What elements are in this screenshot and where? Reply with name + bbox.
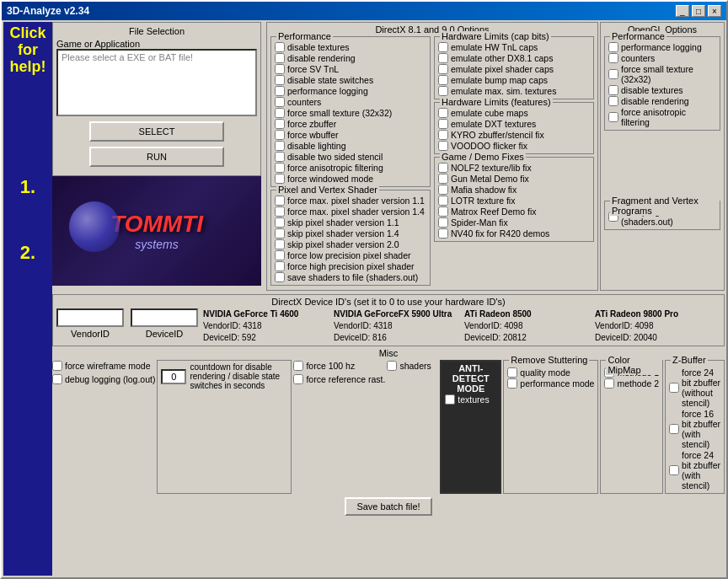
cb-quality-mode-input[interactable] xyxy=(507,367,517,378)
hw-limits-features-title: Hardware Limits (features) xyxy=(440,97,553,107)
cb-ps-1-4-skip-input[interactable] xyxy=(275,228,285,239)
cb-24bit-no-stencil-input[interactable] xyxy=(669,383,679,393)
cb-lotr-input[interactable] xyxy=(438,196,448,206)
cb-ps-1-1-force-input[interactable] xyxy=(275,196,285,206)
cb-16bit-with-stencil: force 16 bit zbuffer(with stencil) xyxy=(669,409,720,449)
file-selection-title: File Selection xyxy=(56,26,257,36)
cb-ogl-force-small-tex-input[interactable] xyxy=(608,69,618,79)
cb-dxt-textures-input[interactable] xyxy=(438,119,448,129)
device-id-input[interactable] xyxy=(131,308,198,327)
dx-columns: Performance disable textures disable ren… xyxy=(270,36,594,288)
cb-disable-lighting-input[interactable] xyxy=(275,141,285,151)
cb-cube-maps-input[interactable] xyxy=(438,108,448,118)
opengl-performance-group: Performance performance logging counters… xyxy=(604,36,720,131)
cb-force-small-tex-input[interactable] xyxy=(275,108,285,118)
cb-ogl-force-small-tex: force small texture (32x32) xyxy=(608,64,716,84)
cb-disable-two-sided-input[interactable] xyxy=(275,152,285,162)
cb-methode-2-input[interactable] xyxy=(604,378,614,389)
cb-perf-logging-input[interactable] xyxy=(275,86,285,96)
cb-debug-logging-input[interactable] xyxy=(52,374,62,384)
cb-force-reference-input[interactable] xyxy=(293,374,303,384)
cb-kyro-fix-input[interactable] xyxy=(438,130,448,140)
dx-col-1: Performance disable textures disable ren… xyxy=(270,36,431,288)
cb-nolf2-input[interactable] xyxy=(438,163,448,173)
cb-max-sim-tex-input[interactable] xyxy=(438,86,448,96)
cb-disable-state-input[interactable] xyxy=(275,75,285,85)
minimize-button[interactable]: _ xyxy=(676,5,689,17)
cb-ps-2-0-skip-input[interactable] xyxy=(275,239,285,249)
maximize-button[interactable]: □ xyxy=(692,5,705,17)
performance-title: Performance xyxy=(276,31,333,41)
cb-disable-rendering-input[interactable] xyxy=(275,53,285,63)
content-area: Click for help! 1. 2. File Selection Gam… xyxy=(2,20,726,577)
fragment-vertex-title: Fragment and Vertex Programs xyxy=(610,196,720,216)
cb-quality-mode: quality mode xyxy=(507,367,594,378)
cb-force-100hz-input[interactable] xyxy=(293,361,303,371)
cb-gun-metal: Gun Metal Demo fix xyxy=(438,174,590,184)
cb-force-100hz: force 100 hz xyxy=(293,361,385,371)
cb-matrox: Matrox Reef Demo fix xyxy=(438,206,590,217)
game-app-label: Game or Application xyxy=(56,39,257,49)
cb-16bit-with-stencil-input[interactable] xyxy=(669,424,679,434)
directx-options-panel: DirectX 8.1 and 9.0 Options Performance … xyxy=(266,22,598,291)
cb-disable-textures-input[interactable] xyxy=(275,42,285,52)
countdown-box: countdown for disable rendering / disabl… xyxy=(161,362,287,390)
cb-ps-low-input[interactable] xyxy=(275,250,285,260)
save-batch-button[interactable]: Save batch file! xyxy=(345,497,431,516)
cb-ogl-force-aniso-input[interactable] xyxy=(608,112,618,122)
cb-disable-rendering: disable rendering xyxy=(275,53,426,63)
cb-force-small-tex: force small texture (32x32) xyxy=(275,108,426,118)
cb-bump-map-input[interactable] xyxy=(438,75,448,85)
cb-other-dx8-input[interactable] xyxy=(438,53,448,63)
cb-matrox-input[interactable] xyxy=(438,206,448,217)
select-button[interactable]: SELECT xyxy=(89,121,224,142)
cb-textures-anti-input[interactable] xyxy=(445,394,455,405)
cb-force-zbuffer-input[interactable] xyxy=(275,119,285,129)
cb-ogl-counters: counters xyxy=(608,53,716,63)
countdown-label: countdown for disable rendering / disabl… xyxy=(190,362,287,390)
close-button[interactable]: × xyxy=(708,5,721,17)
cb-ogl-counters-input[interactable] xyxy=(608,53,618,63)
cb-nolf2: NOLF2 texture/lib fix xyxy=(438,163,590,173)
cb-mafia-input[interactable] xyxy=(438,185,448,195)
cb-nv40-input[interactable] xyxy=(438,228,448,239)
run-button[interactable]: RUN xyxy=(89,147,224,167)
cb-ps-high-input[interactable] xyxy=(275,261,285,271)
cb-ps-1-1-skip-input[interactable] xyxy=(275,217,285,228)
cb-ogl-disable-tex-input[interactable] xyxy=(608,85,618,95)
cb-gun-metal-input[interactable] xyxy=(438,174,448,184)
cb-voodoo-fix-input[interactable] xyxy=(438,141,448,151)
cb-ps-1-4-force-input[interactable] xyxy=(275,206,285,217)
main-area: File Selection Game or Application Pleas… xyxy=(52,22,725,576)
cb-counters: counters xyxy=(275,97,426,107)
device-ids-section: DirectX Device ID's (set it to 0 to use … xyxy=(52,294,725,346)
cb-shaders-input[interactable] xyxy=(387,361,397,371)
cb-counters-input[interactable] xyxy=(275,97,285,107)
cb-spiderman-input[interactable] xyxy=(438,217,448,228)
cb-ps-1-4-force: force max. pixel shader version 1.4 xyxy=(275,206,426,217)
cb-force-windowed-input[interactable] xyxy=(275,174,285,184)
cb-24bit-with-stencil-input[interactable] xyxy=(669,465,679,475)
cb-force-wireframe-input[interactable] xyxy=(52,361,62,371)
vendor-id-input[interactable] xyxy=(56,308,124,327)
step-2: 2. xyxy=(20,242,35,264)
opengl-performance-checkboxes: performance logging counters force small… xyxy=(608,42,716,127)
cb-hw-tnl-input[interactable] xyxy=(438,42,448,52)
cb-ogl-perf-logging-input[interactable] xyxy=(608,42,618,52)
cb-pixel-shader-caps-input[interactable] xyxy=(438,64,448,74)
countdown-input[interactable] xyxy=(161,369,186,384)
cb-spiderman: Spider-Man fix xyxy=(438,217,590,228)
cb-force-aniso-input[interactable] xyxy=(275,163,285,173)
performance-group: Performance disable textures disable ren… xyxy=(270,36,431,187)
card-geforce-ti4600: NVIDIA GeForce Ti 4600 VendorID: 4318 De… xyxy=(203,308,329,344)
cb-force-wbuffer-input[interactable] xyxy=(275,130,285,140)
cb-ps-1-4-skip: skip pixel shader version 1.4 xyxy=(275,228,426,239)
cb-force-sv-tnl-input[interactable] xyxy=(275,64,285,74)
logo-systems: systems xyxy=(110,238,203,251)
cb-save-shaders-input[interactable] xyxy=(275,272,285,282)
cb-ogl-disable-render-input[interactable] xyxy=(608,96,618,106)
cb-performance-mode-input[interactable] xyxy=(507,378,517,389)
cb-ps-high: force high precision pixel shader xyxy=(275,261,426,271)
cb-lotr: LOTR texture fix xyxy=(438,196,590,206)
cb-disable-lighting: disable lighting xyxy=(275,141,426,151)
